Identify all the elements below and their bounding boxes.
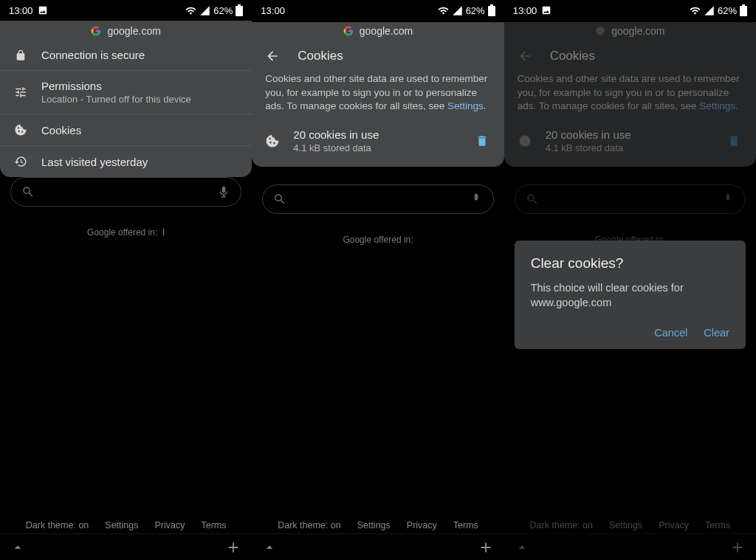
sheet-site-label: google.com (0, 22, 252, 40)
chevron-up-icon[interactable] (262, 540, 277, 555)
cookie-icon (518, 134, 532, 148)
picture-icon (38, 5, 48, 15)
signal-icon (452, 5, 463, 16)
svg-rect-3 (490, 4, 493, 6)
bottom-nav (252, 533, 504, 560)
battery-percent: 62% (213, 5, 233, 16)
connection-secure-row[interactable]: Connection is secure (0, 40, 252, 71)
tune-icon (14, 86, 27, 99)
svg-rect-5 (742, 4, 745, 6)
screenshot-1: 13:00 62% Google offered in: I google.co… (0, 0, 252, 560)
wifi-icon (690, 5, 701, 16)
google-favicon (595, 26, 605, 36)
google-favicon (91, 26, 101, 36)
plus-icon[interactable] (478, 539, 494, 556)
svg-rect-0 (236, 6, 243, 16)
svg-rect-1 (238, 4, 241, 6)
settings-link[interactable]: Settings (447, 100, 484, 111)
status-bar: 13:00 62% (252, 0, 504, 21)
screenshot-3: 13:00 62% Google offered in: google.com … (504, 0, 756, 560)
clear-cookies-dialog: Clear cookies? This choice will clear co… (515, 241, 746, 349)
trash-icon (727, 134, 740, 148)
offered-text: Google offered in: (252, 235, 504, 245)
footer-dark[interactable]: Dark theme: on (26, 520, 89, 530)
history-icon (14, 155, 27, 168)
footer-privacy[interactable]: Privacy (154, 520, 185, 530)
wifi-icon (438, 5, 449, 16)
delete-button (725, 132, 743, 150)
back-arrow-icon[interactable] (265, 49, 280, 63)
cookies-usage-row[interactable]: 20 cookies in use 4.1 kB stored data (252, 124, 504, 167)
page-footer: Dark theme: on Settings Privacy Terms (0, 520, 252, 530)
cookie-icon (265, 134, 280, 148)
svg-point-6 (596, 27, 605, 35)
svg-rect-2 (488, 6, 495, 16)
offered-text: Google offered in: I (0, 227, 252, 238)
svg-point-7 (519, 135, 530, 146)
page-footer: Dark theme: on Settings Privacy Terms (252, 520, 504, 530)
dialog-body: This choice will clear cookies for www.g… (531, 280, 729, 311)
trash-icon (475, 134, 489, 148)
plus-icon[interactable] (225, 539, 241, 556)
lock-icon (15, 49, 27, 61)
footer-settings[interactable]: Settings (105, 520, 138, 530)
delete-button[interactable] (473, 132, 491, 150)
cookies-row[interactable]: Cookies (0, 114, 252, 146)
screenshot-2: 13:00 62% Google offered in: google.com … (252, 0, 504, 560)
status-bar: 13:00 62% (0, 0, 252, 21)
bottom-nav (0, 533, 252, 560)
mic-icon[interactable] (470, 193, 483, 206)
google-favicon (343, 26, 354, 36)
dialog-title: Clear cookies? (531, 255, 729, 272)
battery-icon (236, 4, 243, 16)
signal-icon (704, 5, 715, 16)
wifi-icon (185, 5, 196, 16)
search-bar[interactable] (10, 177, 241, 207)
cookies-sheet: google.com Cookies Cookies and other sit… (252, 22, 504, 167)
svg-rect-4 (740, 6, 747, 16)
cancel-button[interactable]: Cancel (654, 327, 687, 339)
last-visited-row[interactable]: Last visited yesterday (0, 146, 252, 177)
battery-icon (740, 4, 747, 16)
status-bar: 13:00 62% (504, 0, 756, 21)
mic-icon[interactable] (217, 185, 230, 198)
status-time: 13:00 (9, 5, 33, 16)
footer-terms[interactable]: Terms (201, 520, 226, 530)
back-arrow-icon (518, 49, 532, 63)
cookies-title-row: Cookies (252, 40, 504, 69)
site-info-sheet: google.com Connection is secure Permissi… (0, 21, 252, 177)
cookies-description: Cookies and other site data are used to … (252, 69, 504, 124)
search-icon (273, 193, 286, 206)
permissions-row[interactable]: Permissions Location - Turned off for th… (0, 71, 252, 114)
picture-icon (541, 5, 551, 15)
cookies-sheet-dimmed: google.com Cookies Cookies and other sit… (504, 22, 756, 167)
signal-icon (199, 5, 210, 16)
sheet-site-label: google.com (252, 22, 504, 40)
chevron-up-icon[interactable] (10, 540, 25, 555)
battery-icon (488, 4, 495, 16)
search-bar[interactable] (262, 184, 493, 214)
cookie-icon (14, 123, 27, 136)
clear-button[interactable]: Clear (704, 327, 729, 339)
search-icon (21, 185, 35, 198)
